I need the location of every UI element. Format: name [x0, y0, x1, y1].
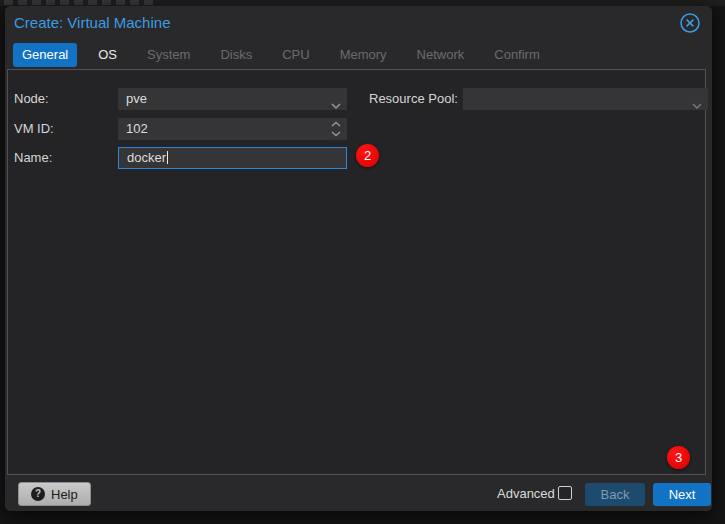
question-circle-icon: ?: [31, 487, 45, 501]
chevron-down-icon: [691, 95, 703, 110]
tab-memory: Memory: [331, 43, 396, 67]
chevron-down-icon: [330, 95, 342, 110]
close-icon[interactable]: [679, 12, 701, 34]
resource-pool-label: Resource Pool:: [369, 88, 458, 110]
tab-disks: Disks: [211, 43, 261, 67]
vmid-label: VM ID:: [14, 118, 54, 140]
name-value: docker: [127, 150, 166, 165]
node-dropdown[interactable]: pve: [118, 88, 347, 110]
text-caret: [167, 151, 168, 164]
node-value: pve: [126, 91, 147, 106]
next-button[interactable]: Next: [653, 483, 711, 506]
help-button[interactable]: ? Help: [18, 482, 91, 506]
tab-system: System: [138, 43, 199, 67]
name-input[interactable]: docker: [118, 147, 347, 169]
vmid-value: 102: [126, 121, 148, 136]
spinner-up-down-icon[interactable]: [330, 120, 342, 140]
tab-network: Network: [408, 43, 474, 67]
advanced-checkbox[interactable]: [558, 486, 572, 500]
step-annotation-badge-3: 3: [667, 446, 690, 469]
tab-os[interactable]: OS: [89, 43, 126, 67]
step-annotation-badge-2: 2: [356, 144, 379, 167]
node-label: Node:: [14, 88, 49, 110]
background-text-remnant: [4, 0, 154, 5]
help-button-label: Help: [51, 487, 78, 502]
advanced-label: Advanced: [497, 486, 555, 501]
tab-general[interactable]: General: [13, 43, 77, 67]
dialog-title: Create: Virtual Machine: [14, 11, 170, 35]
name-label: Name:: [14, 147, 52, 169]
resource-pool-dropdown[interactable]: [463, 88, 708, 110]
back-button: Back: [585, 483, 645, 506]
general-form-panel: [7, 69, 706, 475]
create-vm-dialog: Create: Virtual Machine General OS Syste…: [5, 6, 712, 511]
vmid-spinner-field[interactable]: 102: [118, 118, 347, 140]
wizard-tabbar: General OS System Disks CPU Memory Netwo…: [13, 43, 549, 67]
tab-cpu: CPU: [273, 43, 318, 67]
tab-confirm: Confirm: [485, 43, 549, 67]
